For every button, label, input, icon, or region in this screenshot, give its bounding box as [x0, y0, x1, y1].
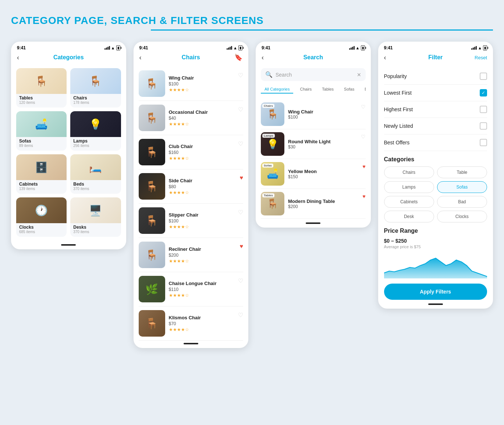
search-result-item-3[interactable]: Tables 🪑 Modern Dining Table $200 ♥	[261, 189, 366, 219]
wishlist-button[interactable]: ♥	[240, 243, 244, 250]
apply-filters-button[interactable]: Apply Filters	[384, 284, 487, 300]
category-name: Desks	[70, 223, 121, 230]
product-info: Club Chair $160 ★★★★☆	[165, 144, 244, 161]
bookmark-icon[interactable]: 🔖	[234, 53, 242, 62]
filter-option-newly-listed[interactable]: Newly Listed	[384, 118, 487, 134]
category-name: Chairs	[70, 94, 121, 101]
scroll-indicator-2	[184, 343, 198, 344]
filter-checkbox[interactable]	[480, 73, 487, 80]
result-wishlist-button[interactable]: ♥	[362, 193, 365, 199]
filter-category-button-desk[interactable]: Desk	[384, 211, 434, 222]
category-item-beds[interactable]: 🛏️ Beds 370 items	[70, 154, 121, 194]
wishlist-button[interactable]: ♡	[238, 72, 243, 79]
wifi-icon-3: ▲	[356, 46, 360, 50]
filter-tab-sofas[interactable]: Sofas	[340, 85, 358, 94]
product-item-4[interactable]: 🪑 Slipper Chair $100 ★★★★☆ ♡	[139, 204, 244, 238]
category-item-sofas[interactable]: 🛋️ Sofas 89 items	[16, 111, 67, 151]
category-item-cabinets[interactable]: 🗄️ Cabinets 139 items	[16, 154, 67, 194]
filter-tab-all-categories[interactable]: All Categories	[261, 85, 293, 94]
search-input[interactable]: Search	[276, 72, 357, 78]
reset-button[interactable]: Reset	[475, 55, 487, 60]
filter-checkbox[interactable]	[480, 106, 487, 113]
filter-tab-chairs[interactable]: Chairs	[296, 85, 315, 94]
filter-option-highest-first[interactable]: Highest First	[384, 101, 487, 118]
category-item-chairs[interactable]: 🪑 Chairs 178 items	[70, 68, 121, 108]
category-item-clocks[interactable]: 🕐 Clocks 685 items	[16, 197, 67, 237]
search-result-item-1[interactable]: Lamps 💡 Round White Light $30 ♡	[261, 129, 366, 159]
category-name: Lamps	[70, 137, 121, 144]
product-list: 🪑 Wing Chair $100 ★★★★☆ ♡ 🪑 Occasional C…	[134, 64, 249, 343]
product-name: Wing Chair	[169, 75, 240, 81]
product-item-7[interactable]: 🪑 Klismos Chair $70 ★★★★☆ ♡	[139, 306, 244, 341]
result-image: Chairs 🪑	[261, 102, 284, 126]
product-item-3[interactable]: 🪑 Side Chair $80 ★★★★☆ ♥	[139, 169, 244, 204]
category-count: 370 items	[70, 187, 121, 191]
wishlist-button[interactable]: ♡	[238, 312, 243, 319]
product-price: $100	[169, 81, 240, 87]
filter-option-popularity[interactable]: Popularity	[384, 68, 487, 85]
result-wishlist-button[interactable]: ♡	[361, 104, 366, 110]
category-count: 685 items	[16, 230, 67, 234]
filter-category-button-table[interactable]: Table	[437, 166, 487, 178]
filter-category-button-bad[interactable]: Bad	[437, 196, 487, 208]
back-button-3[interactable]: ‹	[262, 54, 264, 62]
product-item-2[interactable]: 🪑 Club Chair $160 ★★★★☆ ♡	[139, 135, 244, 169]
back-button-2[interactable]: ‹	[139, 54, 142, 62]
clear-search-button[interactable]: ✕	[357, 72, 361, 78]
filter-option-best-offers[interactable]: Best Offers	[384, 134, 487, 151]
filter-checkbox[interactable]	[480, 122, 487, 130]
filter-category-button-sofas[interactable]: Sofas	[437, 181, 487, 193]
wishlist-button[interactable]: ♡	[238, 140, 243, 147]
result-image: Tables 🪑	[261, 192, 284, 215]
status-time-1: 9:41	[17, 45, 26, 50]
category-name: Cabinets	[16, 180, 67, 187]
screen-search: 9:41 ▲ ▮ ‹ Search 🔍 Search ✕	[256, 42, 371, 228]
price-range-title: Price Range	[384, 228, 487, 234]
product-stars: ★★★★☆	[169, 293, 240, 298]
product-info: Occasional Chair $40 ★★★★☆	[165, 109, 244, 127]
product-item-0[interactable]: 🪑 Wing Chair $100 ★★★★☆ ♡	[139, 67, 244, 101]
product-item-6[interactable]: 🌿 Chaise Longue Chair $110 ★★★★☆ ♡	[139, 272, 244, 306]
result-tag: Lamps	[262, 134, 275, 138]
result-price: $150	[288, 174, 362, 179]
result-wishlist-button[interactable]: ♥	[362, 164, 365, 169]
filter-category-button-chairs[interactable]: Chairs	[384, 166, 434, 178]
product-item-1[interactable]: 🪑 Occasional Chair $40 ★★★★☆ ♡	[139, 101, 244, 135]
product-item-5[interactable]: 🪑 Recliner Chair $200 ★★★★☆ ♥	[139, 238, 244, 272]
category-image: 🕐	[16, 197, 67, 223]
wishlist-button[interactable]: ♡	[238, 209, 243, 216]
product-image: 🌿	[139, 276, 165, 302]
result-info: Wing Chair $100	[284, 109, 366, 120]
battery-icon-3: ▮	[361, 45, 365, 50]
filter-category-button-cabinets[interactable]: Cabinets	[384, 196, 434, 208]
filter-category-button-clocks[interactable]: Clocks	[437, 211, 487, 222]
filter-option-lowest-first[interactable]: Lowest First ✓	[384, 85, 487, 101]
filter-category-button-lamps[interactable]: Lamps	[384, 181, 434, 193]
category-image: 🛏️	[70, 154, 121, 180]
filter-tab-tables[interactable]: Tables	[318, 85, 337, 94]
price-chart	[384, 253, 487, 278]
category-item-desks[interactable]: 🖥️ Desks 370 items	[70, 197, 121, 237]
product-image: 🪑	[139, 242, 165, 268]
nav-bar-1: ‹ Categories	[11, 52, 126, 64]
category-count: 139 items	[16, 187, 67, 191]
result-wishlist-button[interactable]: ♡	[361, 134, 366, 140]
wishlist-button[interactable]: ♡	[238, 106, 243, 113]
price-range-section: Price Range $0 – $250 Average price is $…	[384, 228, 487, 300]
category-item-lamps[interactable]: 💡 Lamps 256 items	[70, 111, 121, 151]
filter-tab-bad[interactable]: Bad	[361, 85, 365, 94]
back-button-1[interactable]: ‹	[17, 54, 19, 62]
wishlist-button[interactable]: ♡	[238, 277, 243, 284]
product-name: Club Chair	[169, 144, 240, 149]
search-result-item-2[interactable]: Sofas 🛋️ Yellow Meon $150 ♥	[261, 159, 366, 189]
product-info: Slipper Chair $100 ★★★★☆	[165, 212, 244, 229]
back-button-4[interactable]: ‹	[384, 54, 386, 62]
category-item-tables[interactable]: 🪑 Tables 120 items	[16, 68, 67, 108]
filter-checkbox[interactable]	[480, 139, 487, 146]
wishlist-button[interactable]: ♥	[240, 175, 244, 181]
search-result-item-0[interactable]: Chairs 🪑 Wing Chair $100 ♡	[261, 99, 366, 129]
filter-checkbox[interactable]: ✓	[480, 89, 487, 96]
screen-chairs: 9:41 ▲ ▮ ‹ Chairs 🔖 🪑 Wing	[134, 42, 249, 348]
search-bar[interactable]: 🔍 Search ✕	[261, 68, 366, 81]
wifi-icon-2: ▲	[233, 46, 237, 50]
